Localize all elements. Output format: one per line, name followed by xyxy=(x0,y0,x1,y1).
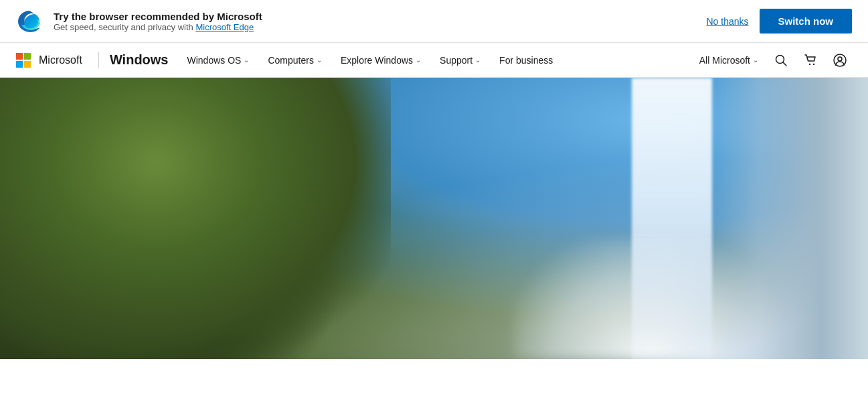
svg-point-3 xyxy=(813,63,814,64)
nav-links: Windows OS ⌄ Computers ⌄ Explore Windows… xyxy=(179,43,694,78)
chevron-down-icon: ⌄ xyxy=(244,56,249,64)
cart-icon xyxy=(804,54,816,66)
nav-item-computers[interactable]: Computers ⌄ xyxy=(260,43,329,78)
banner-title: Try the browser recommended by Microsoft xyxy=(54,11,695,22)
edge-logo-icon xyxy=(16,8,43,35)
banner-subtitle: Get speed, security and privacy with Mic… xyxy=(54,22,695,32)
chevron-down-icon: ⌄ xyxy=(416,56,421,64)
svg-line-1 xyxy=(783,62,786,66)
chevron-down-icon: ⌄ xyxy=(753,56,758,64)
cart-button[interactable] xyxy=(798,48,822,72)
microsoft-logo-link[interactable]: Microsoft xyxy=(16,53,82,68)
nav-right: All Microsoft ⌄ xyxy=(694,48,852,72)
search-icon xyxy=(775,54,787,66)
edge-link[interactable]: Microsoft Edge xyxy=(195,22,254,32)
cliff-right xyxy=(712,78,868,359)
sq-yellow xyxy=(24,61,31,68)
cliff-left xyxy=(0,78,391,359)
nav-item-support[interactable]: Support ⌄ xyxy=(432,43,489,78)
hero-image xyxy=(0,78,868,359)
no-thanks-link[interactable]: No thanks xyxy=(706,16,748,27)
svg-point-5 xyxy=(838,57,842,61)
edge-banner: Try the browser recommended by Microsoft… xyxy=(0,0,868,43)
nav-item-for-business[interactable]: For business xyxy=(491,43,561,78)
banner-text: Try the browser recommended by Microsoft… xyxy=(54,11,695,32)
all-microsoft-dropdown[interactable]: All Microsoft ⌄ xyxy=(694,55,764,66)
chevron-down-icon: ⌄ xyxy=(317,56,322,64)
svg-point-2 xyxy=(809,63,810,64)
nav-divider xyxy=(98,52,99,68)
microsoft-wordmark: Microsoft xyxy=(39,54,82,66)
sq-green xyxy=(24,53,31,60)
nav-item-explore-windows[interactable]: Explore Windows ⌄ xyxy=(333,43,429,78)
sq-blue xyxy=(16,61,23,68)
nav-brand: Windows xyxy=(110,52,169,68)
nav-bar: Microsoft Windows Windows OS ⌄ Computers… xyxy=(0,43,868,78)
sq-red xyxy=(16,53,23,60)
nav-item-windows-os[interactable]: Windows OS ⌄ xyxy=(179,43,258,78)
account-button[interactable] xyxy=(828,48,852,72)
ms-squares-icon xyxy=(16,53,31,68)
chevron-down-icon: ⌄ xyxy=(475,56,481,64)
search-button[interactable] xyxy=(769,48,793,72)
switch-now-button[interactable]: Switch now xyxy=(760,9,853,34)
account-icon xyxy=(833,54,847,67)
